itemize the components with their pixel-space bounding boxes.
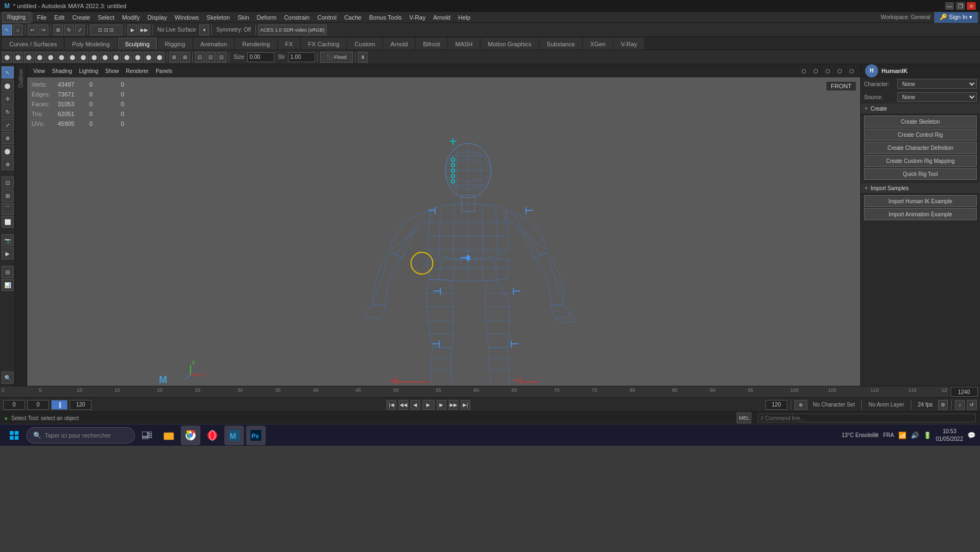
lasso-tool-btn[interactable]: ⌂ (13, 25, 23, 35)
next-key-btn[interactable]: ▶▶ (449, 400, 458, 410)
source-select[interactable]: None (897, 92, 977, 102)
prev-key-btn[interactable]: ◀◀ (399, 400, 408, 410)
fps-settings-btn[interactable]: ⚙ (938, 400, 948, 410)
live-surface-btn[interactable]: ▾ (199, 25, 209, 35)
snap-options[interactable]: ⊡ ⊡ ⊡ (90, 25, 122, 35)
size-value[interactable] (247, 52, 274, 62)
rotate-btn[interactable]: ↻ (64, 25, 74, 35)
tab-mash[interactable]: MASH (448, 38, 480, 50)
import-animation-btn[interactable]: Import Animation Example (864, 208, 977, 220)
menu-constrain[interactable]: Constrain (280, 12, 314, 23)
vp-icon-5[interactable]: ⬡ (847, 68, 857, 75)
menu-control[interactable]: Control (314, 12, 340, 23)
sculpt-btn-9[interactable]: ⬤ (89, 52, 99, 63)
frame-marker-btn[interactable]: ▐ (51, 400, 68, 410)
minimize-btn[interactable]: — (945, 2, 954, 10)
play-btn[interactable]: ▶ (422, 400, 434, 410)
menu-display[interactable]: Display (144, 12, 171, 23)
loop-btn[interactable]: ↺ (967, 400, 977, 410)
menu-bonus-tools[interactable]: Bonus Tools (365, 12, 406, 23)
transform-btn[interactable]: ⊞ (53, 25, 63, 35)
vp-icon-4[interactable]: ⬡ (835, 68, 845, 75)
vp-renderer-btn[interactable]: Renderer (123, 68, 151, 75)
audio-btn[interactable]: ♪ (955, 400, 965, 410)
quick-rig-tool-btn[interactable]: Quick Rig Tool (864, 168, 977, 180)
tab-rigging[interactable]: Rigging (158, 38, 192, 50)
command-line-input[interactable] (758, 414, 976, 422)
character-select[interactable]: None (897, 79, 977, 89)
title-controls[interactable]: — ❐ ✕ (945, 2, 976, 10)
tab-fx-caching[interactable]: FX Caching (301, 38, 346, 50)
sign-in-btn[interactable]: 🔑 Sign In ▾ (934, 12, 978, 23)
ipr-btn[interactable]: ▶▶ (138, 25, 150, 35)
mel-python-toggle[interactable]: MEL (737, 413, 751, 423)
pause-btn[interactable]: ⏸ (358, 52, 367, 63)
tab-vray[interactable]: V-Ray (614, 38, 644, 50)
tab-xgen[interactable]: XGen (583, 38, 612, 50)
sculpt-btn-5[interactable]: ⬤ (46, 52, 56, 63)
snap-curve[interactable]: ⌒ (2, 203, 14, 215)
sculpt-btn-15[interactable]: ⬤ (155, 52, 164, 63)
camera-tool[interactable]: 📷 (2, 234, 14, 246)
outliner-panel[interactable]: Outliner (15, 64, 27, 386)
opera-btn[interactable] (203, 426, 222, 445)
go-to-end-btn[interactable]: ▶| (461, 400, 470, 410)
create-skeleton-btn[interactable]: Create Skeleton (864, 116, 977, 128)
photoshop-taskbar-btn[interactable]: Ps (246, 426, 266, 445)
vp-shading-btn[interactable]: Shading (50, 68, 75, 75)
sculpt-sym-3[interactable]: ⊡ (217, 52, 226, 63)
prev-frame-btn[interactable]: ◀ (411, 400, 420, 410)
render-btn[interactable]: ▶ (127, 25, 137, 35)
create-custom-rig-mapping-btn[interactable]: Create Custom Rig Mapping (864, 155, 977, 167)
vp-icon-1[interactable]: ⬡ (799, 68, 809, 75)
tab-custom[interactable]: Custom (347, 38, 382, 50)
tab-rendering[interactable]: Rendering (235, 38, 277, 50)
viewport[interactable]: View Shading Lighting Show Renderer Pane… (27, 64, 860, 386)
tab-substance[interactable]: Substance (540, 38, 582, 50)
select-tool-btn[interactable]: ↖ (2, 25, 12, 35)
sculpt-btn-6[interactable]: ⬤ (57, 52, 66, 63)
tab-fx[interactable]: FX (278, 38, 300, 50)
rotate-tool[interactable]: ↻ (2, 106, 14, 118)
menu-create[interactable]: Create (69, 12, 94, 23)
render-tool[interactable]: ▶ (2, 247, 14, 259)
menu-skin[interactable]: Skin (234, 12, 253, 23)
import-human-ik-btn[interactable]: Import Human IK Example (864, 195, 977, 207)
snap-surface[interactable]: ⬜ (2, 216, 14, 228)
menu-select[interactable]: Select (94, 12, 119, 23)
universal-tool[interactable]: ⊕ (2, 132, 14, 144)
menu-modify[interactable]: Modify (118, 12, 143, 23)
search-tool[interactable]: 🔍 (2, 372, 14, 384)
paint-tool[interactable]: ⬤ (2, 80, 14, 92)
vp-lighting-btn[interactable]: Lighting (76, 68, 101, 75)
tab-bifrost[interactable]: Bifrost (416, 38, 447, 50)
notifications-btn[interactable]: 💬 (967, 432, 976, 439)
sculpt-btn-13[interactable]: ⬤ (133, 52, 143, 63)
maya-taskbar-btn[interactable]: M (224, 426, 244, 445)
graph-tool[interactable]: 📊 (2, 279, 14, 291)
redo-btn[interactable]: ↪ (39, 25, 48, 35)
snap-grid[interactable]: ⊞ (2, 190, 14, 202)
menu-file[interactable]: File (33, 12, 51, 23)
sculpt-btn-7[interactable]: ⬤ (68, 52, 77, 63)
range-start-input[interactable] (27, 400, 49, 410)
sculpt-btn-11[interactable]: ⬤ (111, 52, 121, 63)
layout-tool[interactable]: ⊟ (2, 266, 14, 278)
tab-motion-graphics[interactable]: Motion Graphics (481, 38, 538, 50)
anim-end-input[interactable] (765, 400, 787, 410)
chrome-btn[interactable] (181, 426, 200, 445)
tab-animation[interactable]: Animation (193, 38, 234, 50)
menu-arnold[interactable]: Arnold (430, 12, 455, 23)
taskbar-search[interactable]: 🔍 Taper ici pour rechercher (26, 427, 135, 444)
strength-value[interactable] (288, 52, 315, 62)
import-section-header[interactable]: ▼ Import Samples (861, 183, 980, 194)
character-set-icon[interactable]: ⊕ (794, 400, 807, 410)
sculpt-btn-4[interactable]: ⬤ (35, 52, 45, 63)
file-explorer-btn[interactable] (159, 426, 179, 445)
go-to-start-btn[interactable]: |◀ (387, 400, 396, 410)
menu-vray[interactable]: V-Ray (406, 12, 430, 23)
snap-point[interactable]: ⊡ (2, 177, 14, 189)
menu-mode-selector[interactable]: Rigging (2, 12, 30, 23)
maximize-btn[interactable]: ❐ (956, 2, 965, 10)
timeline-ruler[interactable]: 0 5 10 15 20 25 30 35 40 45 50 55 60 65 … (0, 386, 947, 397)
